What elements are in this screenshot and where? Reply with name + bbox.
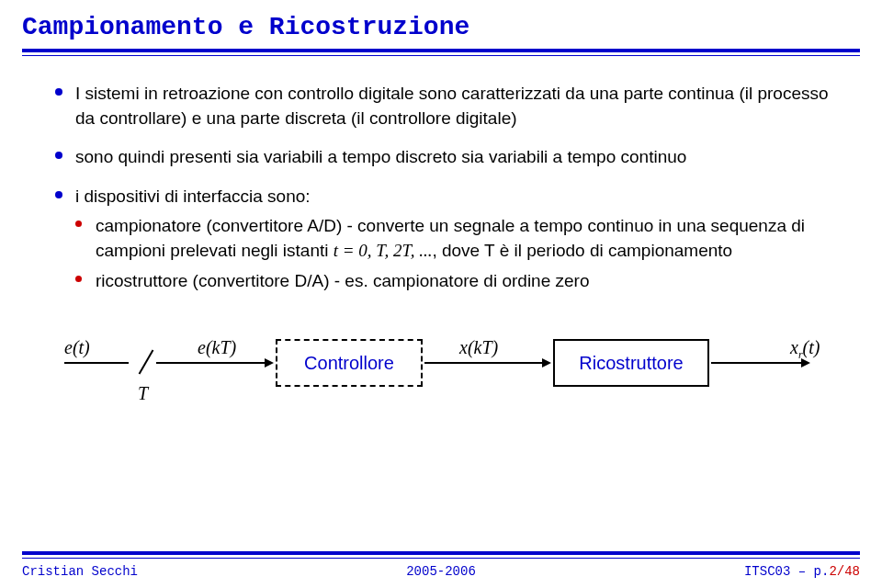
footer-rule-thick bbox=[22, 551, 860, 555]
wire-4 bbox=[711, 362, 803, 364]
footer-pagenum: 2/48 bbox=[829, 564, 860, 579]
bullet-3b: ricostruttore (convertitore D/A) - es. c… bbox=[75, 269, 838, 294]
block-diagram: e(t) T e(kT) Controllore x(kT) Ricostrut… bbox=[55, 321, 838, 431]
signal-xkT: x(kT) bbox=[459, 334, 498, 360]
arrow-3 bbox=[542, 358, 551, 368]
wire-2 bbox=[156, 362, 266, 364]
bullet-2: sono quindi presenti sia variabili a tem… bbox=[55, 145, 838, 170]
footer-page: ITSC03 – p.2/48 bbox=[744, 564, 860, 579]
footer-rule-thin bbox=[22, 558, 860, 559]
signal-ekT: e(kT) bbox=[198, 334, 236, 360]
signal-xrt: xr(t) bbox=[790, 334, 820, 363]
footer-year: 2005-2006 bbox=[406, 564, 476, 579]
bullet-3a: campionatore (convertitore A/D) - conver… bbox=[75, 214, 838, 263]
wire-3 bbox=[424, 362, 544, 364]
bullet-1: I sistemi in retroazione con controllo d… bbox=[55, 82, 838, 130]
content-area: I sistemi in retroazione con controllo d… bbox=[0, 56, 882, 431]
bullet-3a-math: t = 0, T, 2T, ... bbox=[334, 241, 433, 260]
bullet-3a-post: , dove T è il periodo di campionamento bbox=[432, 241, 732, 260]
footer-author: Cristian Secchi bbox=[22, 564, 138, 579]
bullet-3: i dispositivi di interfaccia sono: campi… bbox=[55, 185, 838, 293]
footer: Cristian Secchi 2005-2006 ITSC03 – p.2/4… bbox=[0, 551, 882, 579]
arrow-2 bbox=[265, 358, 274, 368]
period-T: T bbox=[138, 380, 148, 406]
slide-title: Campionamento e Ricostruzione bbox=[0, 0, 882, 49]
wire-1 bbox=[64, 362, 129, 364]
reconstructor-box: Ricostruttore bbox=[553, 339, 709, 387]
bullet-3-text: i dispositivi di interfaccia sono: bbox=[75, 187, 311, 206]
signal-et: e(t) bbox=[64, 334, 90, 360]
controller-box: Controllore bbox=[276, 339, 423, 387]
title-rule-thick bbox=[22, 49, 860, 52]
sampler-switch bbox=[139, 350, 154, 375]
footer-code: ITSC03 – p. bbox=[744, 564, 829, 579]
